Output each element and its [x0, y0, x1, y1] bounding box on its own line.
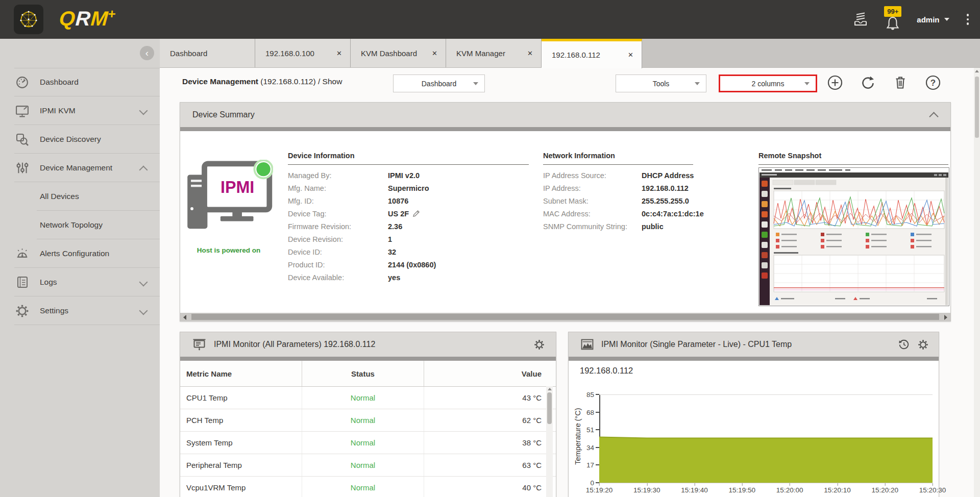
- sidebar-item-all-devices[interactable]: All Devices: [0, 182, 160, 211]
- scroll-up-arrow-icon[interactable]: [975, 70, 979, 72]
- sidebar-item-device-management[interactable]: Device Management: [0, 154, 160, 182]
- scrollbar-thumb[interactable]: [191, 314, 939, 320]
- tab-bar: Dashboard 192.168.0.100 ✕ KVM Dashboard …: [160, 39, 980, 68]
- tab-close-icon[interactable]: ✕: [527, 49, 533, 57]
- info-value: DHCP Address: [642, 171, 694, 180]
- info-row: Device Available: yes: [288, 271, 543, 284]
- device-information-rows: Managed By: IPMI v2.0 Mfg. Name: Supermi…: [288, 169, 543, 284]
- info-label: Product ID:: [288, 261, 388, 269]
- tab-close-icon[interactable]: ✕: [628, 51, 633, 59]
- chart-history-icon[interactable]: [898, 339, 910, 350]
- user-label: admin: [917, 15, 939, 24]
- qrm-logo-icon: [14, 5, 43, 34]
- qrm-logo-wordmark: QRM+: [58, 7, 117, 30]
- y-tick-mark: [596, 447, 599, 448]
- reports-icon[interactable]: [852, 12, 869, 27]
- delete-button[interactable]: [892, 74, 909, 91]
- table-vertical-scrollbar[interactable]: [546, 386, 553, 497]
- table-body: CPU1 Temp Normal 43 °C PCH Temp Normal 6…: [180, 387, 556, 497]
- user-menu[interactable]: admin: [917, 15, 949, 24]
- chart-settings-gear-icon[interactable]: [918, 339, 928, 350]
- x-tick-label: 15:20:20: [871, 486, 898, 494]
- tab-close-icon[interactable]: ✕: [336, 49, 342, 57]
- notifications-bell[interactable]: 99+: [884, 6, 901, 30]
- y-tick-mark: [596, 394, 599, 395]
- info-row: Managed By: IPMI v2.0: [288, 169, 543, 182]
- columns-select[interactable]: 2 columns: [719, 74, 817, 92]
- sidebar-item-alerts-configuration[interactable]: Alerts Configuration: [0, 239, 160, 268]
- table-row: CPU1 Temp Normal 43 °C: [180, 387, 556, 409]
- info-value: 0c:c4:7a:c1:dc:1e: [642, 210, 704, 218]
- tab-192-168-0-100[interactable]: 192.168.0.100 ✕: [255, 39, 351, 67]
- device-summary-header[interactable]: Device Summary: [180, 103, 950, 127]
- scroll-up-arrow-icon[interactable]: [548, 388, 552, 390]
- info-label: Mfg. ID:: [288, 197, 388, 205]
- tab-close-icon[interactable]: ✕: [432, 49, 437, 57]
- help-button[interactable]: ?: [924, 74, 942, 91]
- scrollbar-thumb[interactable]: [547, 392, 552, 424]
- overflow-menu-icon[interactable]: [965, 12, 971, 27]
- sidebar-item-network-topology[interactable]: Network Topology: [0, 211, 160, 239]
- summary-horizontal-scrollbar[interactable]: [180, 313, 950, 321]
- info-row: SNMP Community String: public: [543, 220, 757, 233]
- host-power-status: Host is powered on: [182, 246, 275, 254]
- breadcrumb: Device Management (192.168.0.112) / Show: [182, 77, 342, 86]
- panel-accent-band: [180, 127, 950, 131]
- sidebar-collapse-button[interactable]: ‹: [140, 46, 154, 60]
- table-header-row: Metric Name Status Value: [180, 361, 556, 387]
- info-label: Subnet Mask:: [543, 197, 642, 205]
- chevron-icon: [139, 307, 148, 315]
- info-value: US 2F: [388, 210, 409, 218]
- live-panel-header: IPMI Monitor (Single Parameter - Live) -…: [569, 332, 939, 357]
- collapse-panel-chevron-icon[interactable]: [929, 112, 938, 121]
- alarm-icon: [15, 247, 29, 261]
- remote-snapshot-thumbnail[interactable]: [758, 167, 949, 306]
- sidebar-item-logs[interactable]: Logs: [0, 268, 160, 296]
- info-label: SNMP Community String:: [543, 222, 642, 231]
- scroll-left-arrow-icon[interactable]: [183, 315, 186, 320]
- info-row: Product ID: 2144 (0x0860): [288, 258, 543, 271]
- edit-device-tag-icon[interactable]: [412, 209, 421, 218]
- status-cell: Normal: [302, 387, 424, 409]
- sidebar-item-ipmi-kvm[interactable]: IPMI KVM: [0, 96, 160, 125]
- value-cell: 38 °C: [424, 438, 557, 447]
- y-tick-label: 51: [586, 426, 594, 434]
- table-row: System Temp Normal 38 °C: [180, 432, 556, 454]
- sidebar-nav: Dashboard IPMI KVM: [0, 68, 160, 325]
- tab-kvm-manager[interactable]: KVM Manager ✕: [446, 39, 542, 67]
- tools-select[interactable]: Tools: [616, 74, 706, 92]
- sidebar-item-settings[interactable]: Settings: [0, 296, 160, 325]
- info-row: IP Address Source: DHCP Address: [543, 169, 757, 182]
- tab-dashboard[interactable]: Dashboard: [160, 39, 255, 67]
- info-row: Mfg. Name: Supermicro: [288, 182, 543, 194]
- scroll-right-arrow-icon[interactable]: [944, 315, 947, 320]
- metric-name-cell: Peripheral Temp: [180, 461, 302, 469]
- view-select[interactable]: Dashboard: [393, 74, 485, 92]
- info-row: Device ID: 32: [288, 245, 543, 258]
- logs-icon: [15, 276, 29, 289]
- refresh-button[interactable]: [859, 74, 876, 91]
- status-cell: Normal: [302, 477, 424, 497]
- info-label: MAC Address:: [543, 210, 642, 218]
- y-tick-mark: [596, 464, 599, 465]
- y-tick-mark: [596, 482, 599, 483]
- x-tick-label: 15:20:30: [919, 486, 946, 494]
- tab-192-168-0-112[interactable]: 192.168.0.112 ✕: [542, 39, 642, 68]
- x-tick-label: 15:19:20: [586, 486, 613, 494]
- table-row: Peripheral Temp Normal 63 °C: [180, 454, 556, 477]
- panel-accent-band: [569, 357, 939, 361]
- remote-snapshot-section: Remote Snapshot: [758, 152, 949, 306]
- sidebar-item-dashboard[interactable]: Dashboard: [0, 68, 160, 96]
- value-cell: 62 °C: [424, 416, 557, 425]
- page-vertical-scrollbar[interactable]: [974, 68, 980, 497]
- value-cell: 43 °C: [424, 393, 557, 402]
- table-settings-gear-icon[interactable]: [534, 339, 545, 350]
- scrollbar-thumb[interactable]: [975, 77, 979, 138]
- sidebar-item-device-discovery[interactable]: Device Discovery: [0, 125, 160, 154]
- add-widget-button[interactable]: [826, 74, 844, 91]
- chevron-icon: [139, 107, 148, 115]
- temperature-line: [599, 437, 933, 438]
- toolbar-actions: ?: [826, 74, 942, 91]
- tab-kvm-dashboard[interactable]: KVM Dashboard ✕: [351, 39, 446, 67]
- metric-name-cell: System Temp: [180, 438, 302, 447]
